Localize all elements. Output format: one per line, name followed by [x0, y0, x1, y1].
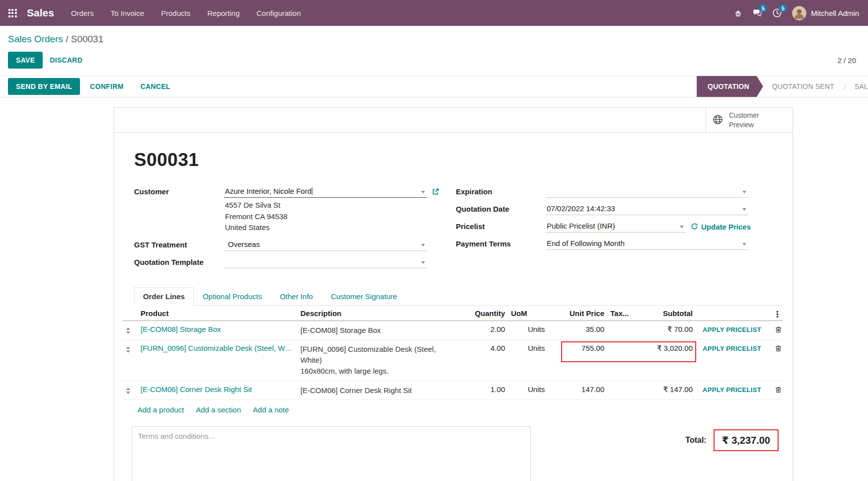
- nav-configuration[interactable]: Configuration: [257, 9, 301, 17]
- apply-pricelist-button[interactable]: APPLY PRICELIST: [703, 325, 761, 334]
- dropdown-caret-icon[interactable]: [742, 208, 746, 211]
- breadcrumb-current: S00031: [71, 34, 104, 44]
- quotation-template-label: Quotation Template: [134, 257, 224, 268]
- unit-price-cell[interactable]: 35.00: [563, 321, 607, 337]
- optional-columns-icon[interactable]: ⋮: [770, 308, 785, 321]
- subtotal-cell: ₹ 70.00: [643, 321, 696, 338]
- drag-handle-icon[interactable]: [125, 346, 131, 353]
- tab-order-lines[interactable]: Order Lines: [134, 287, 194, 306]
- discard-button[interactable]: DISCARD: [43, 52, 89, 68]
- terms-and-conditions-input[interactable]: [132, 426, 531, 481]
- quantity-cell[interactable]: 2.00: [469, 321, 508, 337]
- stage-quotation[interactable]: QUOTATION: [697, 76, 763, 97]
- dropdown-caret-icon[interactable]: [742, 191, 746, 193]
- send-by-email-button[interactable]: SEND BY EMAIL: [8, 78, 80, 95]
- messages-icon[interactable]: 5: [752, 8, 762, 18]
- dropdown-caret-icon[interactable]: [421, 244, 425, 246]
- activities-clock-icon[interactable]: 5: [772, 8, 782, 18]
- description-cell[interactable]: [E-COM06] Corner Desk Right Sit: [297, 381, 469, 400]
- add-line-links: Add a product Add a section Add a note: [123, 400, 783, 420]
- add-a-product-link[interactable]: Add a product: [138, 405, 184, 414]
- user-menu[interactable]: Mitchell Admin: [792, 6, 859, 20]
- payment-terms-select[interactable]: End of Following Month: [546, 239, 748, 250]
- nav-reporting[interactable]: Reporting: [207, 9, 239, 17]
- delete-row-icon[interactable]: [775, 326, 782, 335]
- confirm-button[interactable]: CONFIRM: [83, 79, 130, 94]
- tab-customer-signature[interactable]: Customer Signature: [322, 287, 406, 306]
- form-sheet: Customer Preview S00031 Customer Azure I…: [114, 107, 793, 481]
- tab-other-info[interactable]: Other Info: [271, 287, 322, 306]
- debug-bug-icon[interactable]: [734, 9, 742, 17]
- totals: Total: ₹ 3,237.00: [685, 429, 783, 451]
- apps-grid-icon: [8, 9, 17, 17]
- customer-preview-button[interactable]: Customer Preview: [706, 108, 793, 132]
- product-link[interactable]: [E-COM08] Storage Box: [141, 325, 294, 333]
- add-a-note-link[interactable]: Add a note: [253, 405, 289, 414]
- quantity-cell[interactable]: 1.00: [469, 381, 508, 398]
- customer-label: Customer: [134, 186, 224, 234]
- col-quantity: Quantity: [469, 306, 508, 321]
- col-product: Product: [138, 306, 297, 321]
- total-value: ₹ 3,237.00: [722, 435, 770, 446]
- taxes-cell[interactable]: [607, 321, 643, 329]
- stage-quotation-sent[interactable]: QUOTATION SENT: [763, 76, 843, 97]
- col-description: Description: [297, 306, 469, 321]
- apply-pricelist-button[interactable]: APPLY PRICELIST: [703, 344, 761, 353]
- stage-sales-order[interactable]: SAL: [846, 76, 868, 97]
- dropdown-caret-icon[interactable]: [421, 191, 425, 193]
- customer-input[interactable]: Azure Interior, Nicole Ford: [224, 186, 427, 198]
- apply-pricelist-button[interactable]: APPLY PRICELIST: [703, 385, 761, 395]
- order-line-row: [FURN_0096] Customizable Desk (Steel, Wh…: [123, 340, 783, 381]
- save-button[interactable]: SAVE: [8, 52, 43, 69]
- breadcrumb-parent-link[interactable]: Sales Orders: [8, 34, 63, 44]
- dropdown-caret-icon[interactable]: [421, 261, 425, 264]
- unit-price-cell[interactable]: 147.00: [563, 381, 607, 398]
- user-avatar: [792, 6, 806, 20]
- product-link[interactable]: [FURN_0096] Customizable Desk (Steel, Wh…: [141, 344, 294, 352]
- customer-address: 4557 De Silva St Fremont CA 94538 United…: [224, 200, 439, 234]
- dropdown-caret-icon[interactable]: [680, 226, 684, 228]
- nav-orders[interactable]: Orders: [71, 9, 94, 17]
- gst-treatment-select[interactable]: Overseas: [224, 240, 427, 251]
- nav-to-invoice[interactable]: To Invoice: [111, 9, 145, 17]
- delete-row-icon[interactable]: [775, 387, 782, 395]
- quotation-date-input[interactable]: 07/02/2022 14:42:33: [546, 204, 748, 215]
- apps-menu-button[interactable]: [0, 0, 25, 26]
- description-cell[interactable]: [FURN_0096] Customizable Desk (Steel, Wh…: [297, 340, 469, 380]
- text-cursor: [312, 187, 312, 195]
- gst-treatment-label: GST Treatment: [134, 240, 224, 251]
- quantity-cell[interactable]: 4.00: [469, 340, 508, 356]
- order-title: S00031: [134, 150, 783, 170]
- tab-optional-products[interactable]: Optional Products: [194, 287, 271, 306]
- app-name[interactable]: Sales: [27, 7, 54, 19]
- nav-products[interactable]: Products: [161, 9, 190, 17]
- unit-price-cell[interactable]: 755.00: [563, 340, 607, 356]
- update-prices-button[interactable]: Update Prices: [691, 223, 751, 232]
- description-cell[interactable]: [E-COM08] Storage Box: [297, 321, 469, 340]
- cancel-button[interactable]: CANCEL: [134, 79, 177, 94]
- external-link-icon[interactable]: [432, 188, 439, 198]
- drag-handle-icon[interactable]: [125, 388, 131, 394]
- statusbar: SEND BY EMAIL CONFIRM CANCEL QUOTATION Q…: [0, 76, 868, 97]
- dropdown-caret-icon[interactable]: [742, 243, 746, 245]
- pricelist-select[interactable]: Public Pricelist (INR): [546, 221, 686, 233]
- uom-cell[interactable]: Units: [508, 340, 563, 356]
- uom-cell[interactable]: Units: [508, 381, 563, 398]
- record-pager[interactable]: 2 / 20: [837, 56, 856, 65]
- add-a-section-link[interactable]: Add a section: [196, 405, 241, 414]
- quotation-date-label: Quotation Date: [456, 204, 546, 215]
- uom-cell[interactable]: Units: [508, 321, 563, 337]
- taxes-cell[interactable]: [607, 340, 643, 348]
- taxes-cell[interactable]: [607, 381, 643, 389]
- product-link[interactable]: [E-COM06] Corner Desk Right Sit: [141, 385, 294, 394]
- activities-badge: 5: [779, 4, 787, 12]
- top-navbar: Sales Orders To Invoice Products Reporti…: [0, 0, 868, 26]
- customer-preview-label: Customer Preview: [729, 111, 768, 129]
- col-taxes: Tax...: [607, 306, 643, 321]
- field-grid: Customer Azure Interior, Nicole Ford: [134, 186, 783, 274]
- quotation-template-select[interactable]: [224, 257, 427, 268]
- delete-row-icon[interactable]: [775, 345, 782, 354]
- expiration-input[interactable]: [546, 186, 748, 198]
- drag-handle-icon[interactable]: [125, 327, 131, 334]
- user-name: Mitchell Admin: [811, 9, 859, 17]
